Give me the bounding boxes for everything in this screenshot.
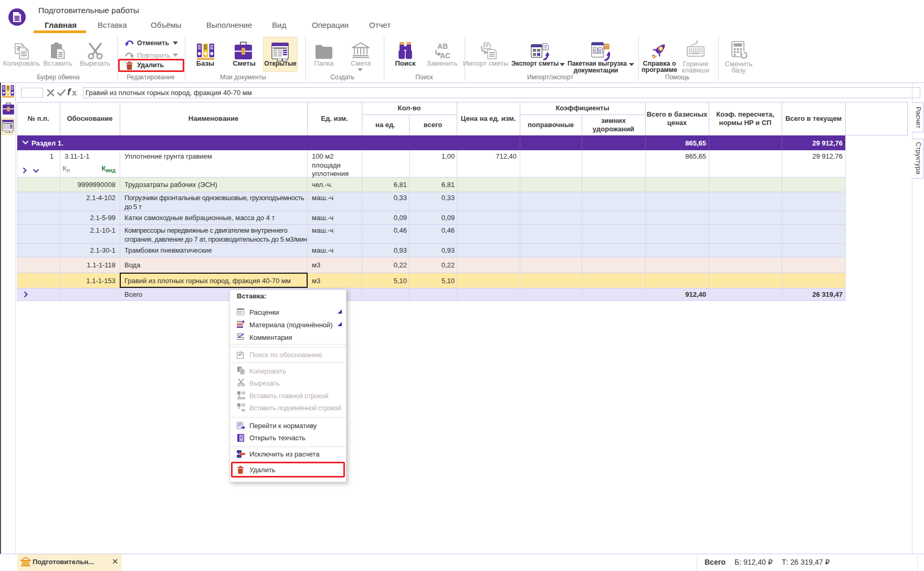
svg-text:AC: AC	[440, 51, 450, 60]
svg-text:AB: AB	[437, 42, 448, 50]
